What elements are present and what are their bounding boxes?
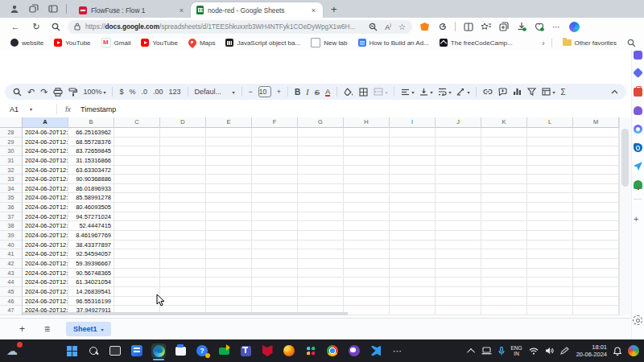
cell-empty[interactable]: [436, 259, 481, 269]
cell-empty[interactable]: [481, 269, 527, 278]
tab-flowfuse[interactable]: FlowFuse : Flow 1 ×: [73, 2, 191, 18]
column-header[interactable]: E: [206, 117, 252, 128]
cell-empty[interactable]: [390, 297, 436, 306]
row-header[interactable]: 29: [0, 138, 23, 147]
increase-decimal-button[interactable]: .00: [153, 88, 163, 96]
cell-empty[interactable]: [160, 128, 206, 138]
cell-empty[interactable]: [252, 156, 298, 166]
clock[interactable]: 18:0120-06-2024: [576, 343, 607, 358]
formula-input[interactable]: Timestamp: [80, 105, 116, 113]
taskbar-more-icon[interactable]: ⋯: [390, 343, 405, 358]
font-select[interactable]: Defaul...▾: [195, 88, 235, 96]
cell-empty[interactable]: [114, 269, 160, 278]
cell-empty[interactable]: [436, 175, 481, 184]
cell-timestamp[interactable]: 2024-06-20T12:: [23, 221, 68, 231]
addon-briefcase-icon[interactable]: [634, 88, 642, 97]
cell-empty[interactable]: [114, 249, 160, 259]
tab-close-button[interactable]: ×: [310, 6, 317, 14]
cell-empty[interactable]: [206, 241, 252, 250]
cell-empty[interactable]: [527, 306, 573, 315]
cell-empty[interactable]: [481, 287, 527, 297]
cell-empty[interactable]: [573, 175, 619, 184]
addon-loop-icon[interactable]: [634, 125, 642, 134]
start-button[interactable]: [64, 343, 79, 358]
italic-button[interactable]: I: [306, 88, 308, 97]
text-rotation-icon[interactable]: ▾: [456, 88, 469, 96]
profile-icon[interactable]: [9, 4, 19, 14]
cell-empty[interactable]: [206, 184, 252, 194]
cell-empty[interactable]: [344, 128, 390, 138]
cell-empty[interactable]: [252, 146, 298, 156]
cell-empty[interactable]: [344, 156, 390, 166]
sheet-tab-menu-chevron[interactable]: ▾: [101, 327, 104, 332]
cell-timestamp[interactable]: 2024-06-20T12:: [23, 287, 68, 297]
vertical-align-icon[interactable]: ▾: [419, 88, 432, 96]
cell-empty[interactable]: [527, 287, 573, 297]
all-sheets-button[interactable]: ≡: [44, 323, 50, 335]
cell-empty[interactable]: [481, 249, 527, 259]
cell-empty[interactable]: [160, 212, 206, 222]
cell-empty[interactable]: [114, 287, 160, 297]
bookmark-freecodecamp[interactable]: The freeCodeCamp...: [440, 39, 513, 47]
cell-empty[interactable]: [436, 241, 481, 250]
cell-empty[interactable]: [252, 287, 298, 297]
name-box[interactable]: A1▾: [0, 105, 56, 113]
teams-icon[interactable]: [238, 343, 253, 358]
more-menu-icon[interactable]: ⋯: [551, 22, 562, 32]
cell-value[interactable]: 38.43377897: [68, 241, 114, 250]
add-sheet-button[interactable]: +: [19, 323, 25, 335]
collapse-toolbar-chevron[interactable]: [611, 89, 618, 94]
cell-empty[interactable]: [114, 203, 160, 212]
row-header[interactable]: 37: [0, 212, 23, 222]
column-header[interactable]: G: [298, 117, 344, 128]
cell-empty[interactable]: [573, 221, 619, 231]
cell-empty[interactable]: [206, 193, 252, 203]
addon-tree-icon[interactable]: [634, 180, 642, 189]
cell-empty[interactable]: [114, 193, 160, 203]
bold-button[interactable]: B: [295, 88, 300, 97]
cell-empty[interactable]: [481, 138, 527, 147]
cell-empty[interactable]: [114, 138, 160, 147]
paint-format-icon[interactable]: [68, 88, 77, 97]
fill-color-icon[interactable]: [344, 88, 353, 97]
cell-empty[interactable]: [527, 156, 573, 166]
microsoft-store-icon[interactable]: [173, 343, 188, 358]
addon-person-icon[interactable]: [634, 106, 642, 115]
cell-empty[interactable]: [527, 184, 573, 194]
cell-empty[interactable]: [114, 278, 160, 287]
cell-empty[interactable]: [252, 203, 298, 212]
cell-empty[interactable]: [160, 156, 206, 166]
cell-empty[interactable]: [390, 287, 436, 297]
cell-empty[interactable]: [573, 128, 619, 138]
row-header[interactable]: 43: [0, 269, 23, 278]
cell-value[interactable]: 96.55316199: [68, 297, 114, 306]
cell-timestamp[interactable]: 2024-06-20T12:: [23, 156, 68, 166]
cell-empty[interactable]: [160, 287, 206, 297]
cell-empty[interactable]: [160, 249, 206, 259]
edge-taskbar-icon[interactable]: [151, 343, 166, 358]
row-header[interactable]: 38: [0, 221, 23, 231]
cell-empty[interactable]: [298, 212, 344, 222]
cell-empty[interactable]: [160, 241, 206, 250]
cell-value[interactable]: 90.56748365: [68, 269, 114, 278]
cell-timestamp[interactable]: 2024-06-20T12:: [23, 146, 68, 156]
row-header[interactable]: 41: [0, 249, 23, 259]
cell-value[interactable]: 31.15316866: [68, 156, 114, 166]
cell-empty[interactable]: [206, 146, 252, 156]
github-desktop-icon[interactable]: [347, 343, 361, 358]
cell-empty[interactable]: [481, 184, 527, 194]
cell-empty[interactable]: [481, 166, 527, 175]
tab-close-button[interactable]: ×: [178, 6, 185, 14]
url-bar[interactable]: https://docs.google.com/spreadsheets/d/1…: [68, 20, 412, 34]
cell-empty[interactable]: [298, 128, 344, 138]
cell-empty[interactable]: [481, 212, 527, 222]
get-addons-button[interactable]: +: [634, 214, 638, 224]
cell-timestamp[interactable]: 2024-06-20T12:: [23, 203, 68, 212]
cell-empty[interactable]: [298, 249, 344, 259]
cell-empty[interactable]: [527, 269, 573, 278]
bookmark-youtube-2[interactable]: YouTube: [141, 39, 177, 47]
cell-empty[interactable]: [390, 128, 436, 138]
cell-empty[interactable]: [298, 175, 344, 184]
cell-empty[interactable]: [160, 221, 206, 231]
borders-icon[interactable]: [359, 88, 368, 97]
